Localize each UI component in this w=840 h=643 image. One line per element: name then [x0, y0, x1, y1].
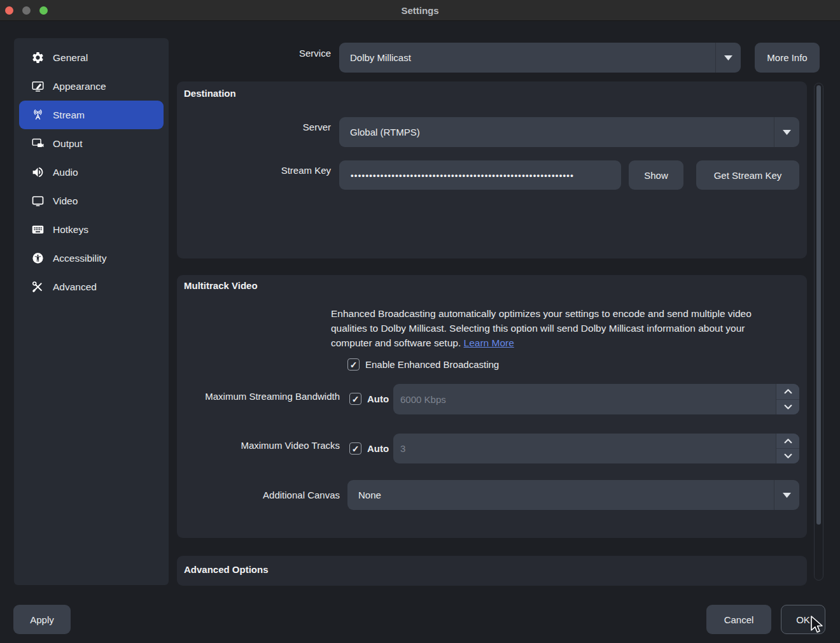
multitrack-video-header: Multitrack Video: [184, 280, 258, 291]
mouse-cursor: [809, 615, 823, 634]
service-value: Dolby Millicast: [339, 52, 411, 63]
max-bandwidth-auto-row: ✓ Auto: [349, 393, 389, 405]
broadcast-icon: [31, 108, 45, 122]
max-video-tracks-label: Maximum Video Tracks: [177, 440, 340, 451]
max-tracks-auto-checkbox[interactable]: ✓: [349, 442, 361, 455]
multitrack-video-panel: Multitrack Video Enhanced Broadcasting a…: [177, 275, 807, 538]
additional-canvas-select[interactable]: None: [347, 480, 799, 510]
spinner-down-button[interactable]: [776, 400, 799, 415]
sidebar-item-label: Stream: [53, 110, 85, 121]
max-tracks-auto-row: ✓ Auto: [349, 442, 389, 455]
check-icon: ✓: [350, 360, 358, 369]
accessibility-icon: [31, 251, 45, 265]
sidebar-item-appearance[interactable]: Appearance: [19, 72, 164, 101]
gear-icon: [31, 51, 45, 64]
max-tracks-auto-label: Auto: [367, 443, 389, 454]
sidebar-item-video[interactable]: Video: [19, 187, 164, 215]
max-tracks-spin-buttons: [776, 434, 799, 463]
advanced-options-panel: Advanced Options: [177, 556, 807, 586]
service-select[interactable]: Dolby Millicast: [339, 43, 741, 73]
caret-down-icon: [715, 43, 741, 73]
sidebar-item-stream[interactable]: Stream: [19, 101, 164, 129]
keyboard-icon: [31, 223, 45, 236]
spinner-down-button[interactable]: [776, 449, 799, 463]
spinner-up-button[interactable]: [776, 434, 799, 449]
enhanced-broadcasting-description: Enhanced Broadcasting automatically opti…: [331, 306, 803, 350]
additional-canvas-value: None: [347, 490, 381, 500]
enable-enhanced-broadcasting-checkbox[interactable]: ✓: [347, 358, 360, 371]
learn-more-link[interactable]: Learn More: [464, 337, 514, 348]
destination-header: Destination: [184, 88, 236, 99]
destination-panel: Destination Server Global (RTMPS) Stream…: [177, 81, 807, 258]
sidebar-item-label: Accessibility: [53, 253, 106, 264]
max-bandwidth-spin-buttons: [776, 384, 799, 414]
max-streaming-bandwidth-label: Maximum Streaming Bandwidth: [177, 391, 340, 402]
sidebar-item-accessibility[interactable]: Accessibility: [19, 244, 164, 272]
window-title: Settings: [0, 5, 840, 16]
scrollbar-thumb[interactable]: [816, 85, 821, 525]
sidebar-item-label: Output: [53, 138, 83, 150]
sidebar-item-label: Video: [53, 195, 78, 207]
server-value: Global (RTMPS): [339, 127, 420, 138]
sidebar-item-label: General: [53, 52, 88, 64]
sidebar-item-label: Appearance: [53, 81, 106, 92]
more-info-button[interactable]: More Info: [755, 43, 820, 73]
max-bandwidth-auto-checkbox[interactable]: ✓: [349, 393, 361, 405]
sidebar-item-output[interactable]: Output: [19, 129, 164, 158]
max-bandwidth-auto-label: Auto: [367, 393, 389, 404]
enable-enhanced-broadcasting-label: Enable Enhanced Broadcasting: [365, 359, 499, 370]
caret-down-icon: [774, 480, 799, 510]
stream-key-label: Stream Key: [177, 165, 331, 176]
speaker-icon: [31, 166, 45, 179]
check-icon: ✓: [352, 444, 360, 453]
service-label: Service: [177, 48, 331, 59]
output-icon: [31, 137, 45, 150]
advanced-options-header: Advanced Options: [184, 564, 269, 575]
enable-enhanced-broadcasting-row: ✓ Enable Enhanced Broadcasting: [347, 358, 499, 371]
check-icon: ✓: [352, 395, 360, 404]
stream-key-masked-value: ••••••••••••••••••••••••••••••••••••••••…: [339, 171, 574, 180]
appearance-icon: [31, 80, 45, 93]
titlebar: Settings: [0, 0, 840, 21]
sidebar-item-audio[interactable]: Audio: [19, 158, 164, 187]
apply-button[interactable]: Apply: [13, 605, 71, 634]
max-tracks-value: 3: [393, 443, 405, 454]
display-icon: [31, 194, 45, 208]
get-stream-key-button[interactable]: Get Stream Key: [696, 160, 799, 190]
caret-down-icon: [774, 117, 799, 147]
cancel-button[interactable]: Cancel: [706, 605, 771, 634]
tools-icon: [31, 280, 45, 293]
max-bandwidth-value: 6000 Kbps: [393, 394, 446, 405]
max-tracks-spinner[interactable]: 3: [393, 434, 799, 463]
settings-sidebar: General Appearance Stream Output Audio: [14, 38, 169, 585]
additional-canvas-label: Additional Canvas: [177, 490, 340, 500]
sidebar-item-label: Advanced: [53, 281, 97, 293]
spinner-up-button[interactable]: [776, 384, 799, 400]
sidebar-item-general[interactable]: General: [19, 43, 164, 72]
server-label: Server: [177, 122, 331, 132]
scrollbar-track[interactable]: [814, 83, 823, 581]
show-stream-key-button[interactable]: Show: [629, 160, 683, 190]
sidebar-item-label: Audio: [53, 167, 78, 178]
stream-key-input[interactable]: ••••••••••••••••••••••••••••••••••••••••…: [339, 160, 621, 190]
sidebar-item-advanced[interactable]: Advanced: [19, 272, 164, 301]
max-bandwidth-spinner[interactable]: 6000 Kbps: [393, 384, 799, 414]
sidebar-item-hotkeys[interactable]: Hotkeys: [19, 215, 164, 244]
server-select[interactable]: Global (RTMPS): [339, 117, 799, 147]
sidebar-item-label: Hotkeys: [53, 224, 88, 236]
